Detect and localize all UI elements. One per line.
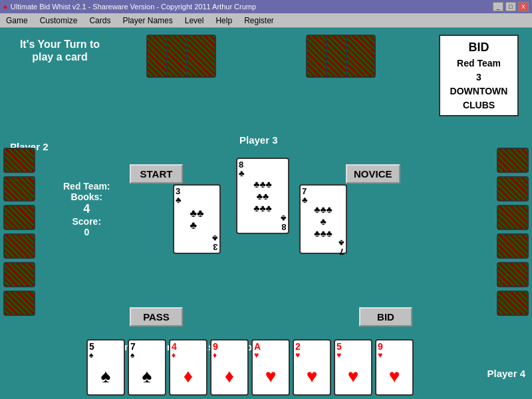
card-back (3, 176, 35, 201)
minimize-button[interactable]: _ (493, 2, 503, 11)
window-title: Ultimate Bid Whist v2.1 - Shareware Vers… (11, 3, 256, 11)
card-back (186, 35, 216, 78)
hand-card-4diamonds[interactable]: 4 ♦ ♦ (169, 339, 207, 396)
message-box: It's Your Turn to play a card (7, 35, 113, 74)
red-team-info: Red Team: Books: 4 Score: 0 (63, 181, 110, 237)
hand-card-5spades[interactable]: 5 ♠ ♠ (86, 339, 125, 396)
menu-cards[interactable]: Cards (86, 15, 113, 26)
top-cards-right (306, 35, 366, 78)
window-controls: _ □ X (493, 2, 529, 11)
hand-card-7spades[interactable]: 7 ♠ ♠ (128, 339, 166, 396)
bottom-hand: 5 ♠ ♠ 7 ♠ ♠ 4 ♦ ♦ 9 ♦ ♦ A ♥ ♥ 2 (86, 339, 414, 396)
game-area: It's Your Turn to play a card BID Red Te… (0, 28, 532, 399)
card-back (3, 291, 35, 316)
hand-card-9hearts[interactable]: 9 ♥ ♥ (375, 339, 414, 396)
pass-button[interactable]: PASS (130, 307, 183, 327)
card-back (497, 148, 529, 173)
bid-type: CLUBS (443, 98, 515, 112)
card-back (346, 35, 376, 78)
bid-number: 3 (443, 70, 515, 84)
red-team-books-label: Books: (63, 192, 110, 202)
menu-player-names[interactable]: Player Names (120, 15, 175, 26)
maximize-button[interactable]: □ (505, 2, 516, 11)
turn-message: It's Your Turn to play a card (20, 39, 100, 63)
menu-bar: Game Customize Cards Player Names Level … (0, 13, 532, 28)
card-back (497, 205, 529, 230)
top-cards-left (146, 35, 206, 78)
menu-level[interactable]: Level (182, 15, 207, 26)
played-card-7clubs[interactable]: 7♣ ♣♣♣ ♣ ♣♣♣ 7♣ (299, 184, 347, 254)
hand-card-5hearts[interactable]: 5 ♥ ♥ (334, 339, 372, 396)
bid-suit: DOWNTOWN (443, 84, 515, 98)
bid-button[interactable]: BID (359, 307, 412, 327)
card-back (497, 233, 529, 259)
menu-register[interactable]: Register (241, 15, 277, 26)
card-back (497, 176, 529, 201)
red-team-label: Red Team: (63, 181, 110, 192)
left-cards (3, 148, 35, 316)
hand-card-2hearts[interactable]: 2 ♥ ♥ (293, 339, 331, 396)
card-back (497, 291, 529, 316)
card-back (3, 233, 35, 259)
played-card-8clubs[interactable]: 8♣ ♣♣♣ ♣♣ ♣♣♣ 8♣ (236, 158, 289, 234)
red-team-books-value: 4 (63, 202, 110, 216)
hand-card-acehearts[interactable]: A ♥ ♥ (251, 339, 290, 396)
title-bar: ♠ Ultimate Bid Whist v2.1 - Shareware Ve… (0, 0, 532, 13)
right-cards (497, 148, 529, 316)
player3-label: Player 3 (239, 134, 278, 146)
menu-customize[interactable]: Customize (37, 15, 80, 26)
menu-help[interactable]: Help (213, 15, 235, 26)
menu-game[interactable]: Game (3, 15, 31, 26)
card-back (3, 148, 35, 173)
novice-button[interactable]: NOVICE (346, 164, 400, 184)
bid-info-box: BID Red Team 3 DOWNTOWN CLUBS (439, 35, 519, 116)
bid-title: BID (443, 39, 515, 57)
card-back (3, 262, 35, 287)
card-back (497, 262, 529, 287)
played-card-3clubs[interactable]: 3♣ ♣♣♣ 3♣ (173, 184, 221, 254)
hand-card-9diamonds[interactable]: 9 ♦ ♦ (210, 339, 249, 396)
card-back (3, 205, 35, 230)
bid-team: Red Team (443, 57, 515, 70)
player4-label: Player 4 (487, 368, 525, 379)
close-button[interactable]: X (518, 2, 529, 11)
start-button[interactable]: START (130, 164, 183, 184)
app-icon: ♠ (3, 3, 7, 11)
red-team-score-value: 0 (63, 227, 110, 237)
red-team-score-label: Score: (63, 216, 110, 227)
